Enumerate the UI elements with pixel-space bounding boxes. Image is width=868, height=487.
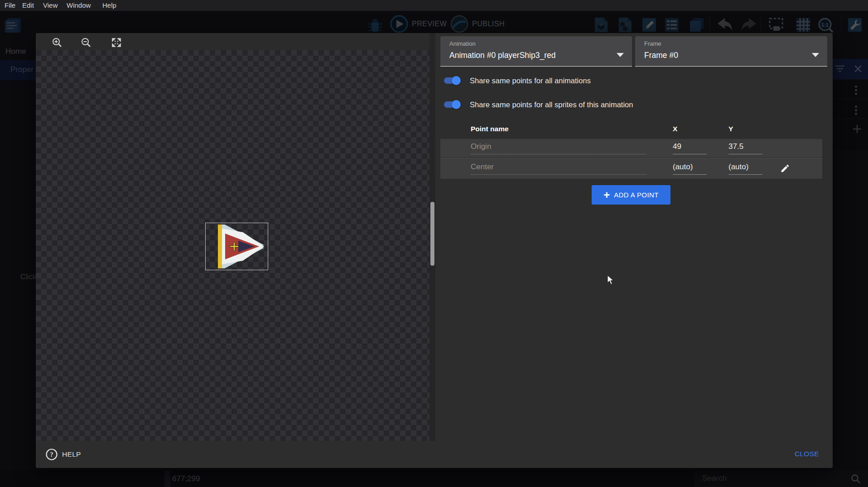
player-ship-sprite[interactable] [206, 223, 268, 270]
add-a-point-label: ADD A POINT [614, 191, 659, 199]
point-x-field[interactable]: (auto) [673, 162, 707, 175]
frame-select[interactable]: Frame Frame #0 [635, 36, 827, 67]
sprite-selection-box[interactable] [205, 223, 268, 270]
column-header-x: X [673, 125, 677, 133]
menu-edit[interactable]: Edit [22, 1, 34, 9]
point-y-field[interactable]: 37.5 [728, 142, 762, 154]
frame-select-value: Frame #0 [644, 51, 678, 60]
column-header-name: Point name [471, 125, 509, 133]
svg-text:?: ? [50, 451, 53, 458]
plus-icon: + [603, 191, 610, 200]
table-row-origin[interactable]: Origin 49 37.5 [440, 139, 822, 158]
point-name-field: Center [471, 162, 646, 175]
point-x-field[interactable]: 49 [673, 142, 707, 154]
canvas-scrollbar[interactable] [429, 33, 435, 441]
edit-point-icon[interactable] [780, 163, 790, 173]
share-points-all-animations-label: Share same points for all animations [470, 76, 591, 85]
help-button[interactable]: ? HELP [46, 448, 81, 461]
scrollbar-thumb[interactable] [430, 202, 434, 266]
point-name-field: Origin [471, 142, 646, 154]
share-points-all-sprites-label: Share same points for all sprites of thi… [470, 100, 633, 109]
point-y-field[interactable]: (auto) [728, 162, 762, 175]
frame-select-label: Frame [644, 40, 661, 47]
zoom-out-icon[interactable] [81, 37, 92, 48]
mouse-cursor [607, 275, 615, 286]
animation-select-value: Animation #0 playerShip3_red [449, 51, 555, 60]
dialog-bottom-bar: ? HELP CLOSE [36, 441, 833, 468]
menu-file[interactable]: File [5, 1, 15, 9]
menu-window[interactable]: Window [67, 1, 91, 9]
menu-view[interactable]: View [43, 1, 58, 9]
transparency-checkerboard[interactable] [36, 50, 429, 441]
share-points-all-animations-toggle[interactable] [443, 76, 461, 85]
table-row-center[interactable]: Center (auto) (auto) [440, 158, 822, 179]
share-points-all-sprites-toggle[interactable] [443, 100, 461, 109]
zoom-in-icon[interactable] [52, 37, 63, 48]
close-button[interactable]: CLOSE [795, 450, 819, 458]
fit-to-view-icon[interactable] [111, 37, 122, 48]
app-window: PREVIEW PUBLISH [0, 0, 868, 487]
sprite-canvas [36, 33, 429, 441]
chevron-down-icon [617, 53, 624, 57]
help-icon: ? [46, 449, 58, 460]
edit-points-dialog: Animation Animation #0 playerShip3_red F… [36, 33, 833, 468]
column-header-y: Y [728, 125, 733, 133]
add-a-point-button[interactable]: + ADD A POINT [592, 185, 670, 205]
animation-select[interactable]: Animation Animation #0 playerShip3_red [440, 36, 632, 67]
animation-select-label: Animation [449, 40, 476, 47]
chevron-down-icon [812, 53, 819, 57]
menu-help[interactable]: Help [102, 1, 116, 9]
menu-bar: File Edit View Window Help [0, 0, 868, 11]
help-label: HELP [62, 450, 81, 458]
